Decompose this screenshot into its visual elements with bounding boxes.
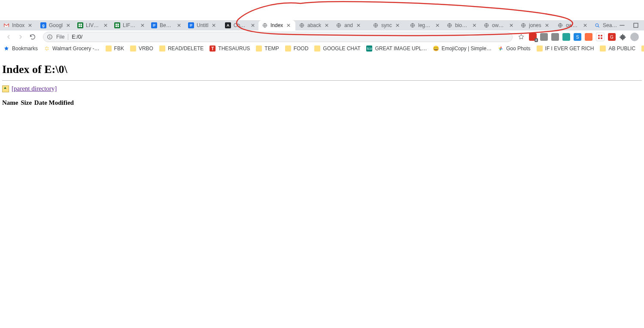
forward-button[interactable] [15,32,26,42]
tab-close-icon[interactable] [27,22,33,28]
parent-directory-row: [parent directory] [2,85,642,92]
tab-and[interactable]: and [332,20,369,30]
tab-close-icon[interactable] [509,22,514,28]
tab-aback[interactable]: aback [295,20,332,30]
bookmark-vrbo[interactable]: VRBO [130,46,153,52]
tab-label: Becky [160,22,173,28]
globe-icon [373,22,379,28]
bookmark-affinity[interactable]: AFFINITY [641,46,644,52]
thesaurus-icon: T [210,46,216,52]
tab-close-icon[interactable] [176,22,182,28]
tab-legacy[interactable]: legacy [406,20,443,30]
tab-becky[interactable]: Becky [148,20,185,30]
bookmark-fbk[interactable]: FBK [106,46,124,52]
tab-chang[interactable]: AChang [222,20,258,30]
site-info-icon[interactable] [47,34,53,40]
tab-close-icon[interactable] [211,22,217,28]
reload-button[interactable] [27,32,38,42]
extension-icon[interactable]: S [574,33,581,41]
address-path: E:/0/ [72,34,82,40]
tab-close-icon[interactable] [395,22,401,28]
extension-icon[interactable]: G [608,33,616,41]
bookmark-temp[interactable]: TEMP [256,46,279,52]
bookmarks-bar: BookmarksWalmart Grocery -…FBKVRBOREAD/D… [0,43,644,54]
extensions-menu-icon[interactable] [619,33,627,41]
tab-jones[interactable]: jones [517,20,554,30]
tab-biogra[interactable]: biogra [443,20,480,30]
sheets-icon [114,22,120,28]
tab-close-icon[interactable] [140,22,145,28]
tab-label: sync [381,22,392,28]
profile-avatar[interactable] [630,33,639,41]
folder-icon [130,46,136,52]
back-button[interactable] [3,32,14,42]
tab-index[interactable]: Index [258,20,295,30]
tab-inbox[interactable]: Inbox [0,20,37,30]
bookmark-google-chat[interactable]: GOOGLE CHAT [314,46,360,52]
extension-icon[interactable] [562,33,570,41]
extension-icon[interactable] [585,33,592,41]
bookmark-label: AB PUBLIC [608,46,635,52]
tab-close-icon[interactable] [250,22,256,28]
tab-life-c[interactable]: LIFE C [111,20,148,30]
column-size: Size [21,99,32,106]
tab-close-icon[interactable] [355,22,361,28]
extension-icon[interactable] [540,33,548,41]
tab-owens[interactable]: owens [554,20,591,30]
extension-icon[interactable]: 4 [529,33,537,41]
bookmark-if-i-ever-get-rich[interactable]: IF I EVER GET RICH [537,46,594,52]
extension-icon[interactable] [596,33,605,41]
window-maximize-button[interactable] [633,22,639,28]
window-minimize-button[interactable] [619,22,625,28]
bookmark-label: THESAURUS [218,46,250,52]
address-bar[interactable]: File E:/0/ [43,32,513,42]
tab-owens[interactable]: owens [480,20,517,30]
separator [2,80,642,81]
folder-icon [106,46,112,52]
address-scheme: File [56,34,64,40]
tab-close-icon[interactable] [544,22,550,28]
bookmark-walmart-grocery-[interactable]: Walmart Grocery -… [44,46,100,52]
star-icon [3,46,9,52]
globe-icon [336,22,342,28]
extension-icon[interactable] [551,33,559,41]
extension-icons: 4 S G [529,33,641,41]
bookmark-thesaurus[interactable]: TTHESAURUS [210,46,250,52]
column-headers: Name Size Date Modified [2,99,642,106]
tab-label: Search [603,22,617,28]
tab-close-icon[interactable] [65,22,71,28]
address-separator [68,34,68,40]
page-content: Index of E:\0\ [parent directory] Name S… [0,54,644,328]
tab-live-p[interactable]: LIVE P [74,20,111,30]
google-photos-icon [498,46,504,52]
tab-close-icon[interactable] [324,22,330,28]
tab-label: LIFE C [123,22,137,28]
bookmark-bookmarks[interactable]: Bookmarks [3,46,38,52]
tab-googl[interactable]: gGoogl [37,20,74,30]
bookmark-ab-public[interactable]: AB PUBLIC [600,46,635,52]
folder-icon [314,46,320,52]
bookmark-emojicopy-simple-[interactable]: 😀EmojiCopy | Simple… [433,46,491,52]
globe-icon [410,22,416,28]
tab-close-icon[interactable] [286,22,292,28]
tab-close-icon[interactable] [471,22,477,28]
bookmark-label: Goo Phots [506,46,531,52]
tab-close-icon[interactable] [583,22,588,28]
tab-untitl[interactable]: Untitl [185,20,222,30]
svg-line-73 [48,48,49,48]
bookmark-read-delete[interactable]: READ/DELETE [159,46,204,52]
bookmark-great-image-upl-[interactable]: IcoGREAT IMAGE UPL… [366,46,427,52]
bookmark-goo-phots[interactable]: Goo Phots [498,46,531,52]
bookmark-star-icon[interactable] [516,32,526,42]
globe-icon [262,22,268,28]
tab-label: Googl [49,22,63,28]
bookmark-food[interactable]: FOOD [285,46,309,52]
svg-point-63 [49,35,50,36]
tab-sync[interactable]: sync [369,20,406,30]
tab-close-icon[interactable] [103,22,108,28]
bookmark-label: TEMP [264,46,279,52]
tab-close-icon[interactable] [435,22,440,28]
bookmark-label: EmojiCopy | Simple… [441,46,491,52]
parent-directory-link[interactable]: [parent directory] [12,85,57,92]
tab-label: LIVE P [86,22,100,28]
